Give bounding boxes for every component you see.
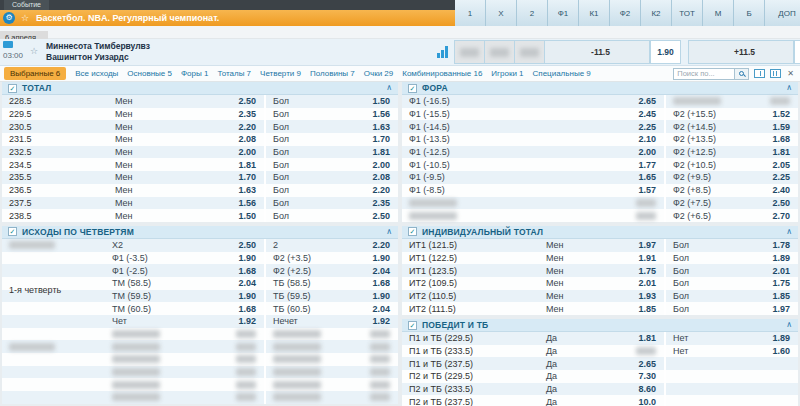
odds-button[interactable]: 1.57 (638, 185, 656, 195)
section-handicap-header[interactable]: ✓ ФОРА ∧ (402, 82, 798, 95)
market-tab[interactable]: Тоталы 7 (217, 69, 251, 78)
odds-button[interactable]: 2.00 (638, 147, 656, 157)
checkbox-icon[interactable]: ✓ (408, 84, 417, 93)
odds-button[interactable] (370, 355, 390, 363)
odds-button[interactable] (370, 393, 390, 401)
search-input[interactable] (673, 68, 735, 80)
tab-selected-markets[interactable]: Выбранные 6 (4, 67, 66, 80)
odds-button[interactable]: 1.93 (638, 291, 656, 301)
odds-button[interactable] (370, 330, 390, 338)
odds-button[interactable]: 1.85 (772, 291, 790, 301)
odds-button[interactable] (236, 330, 256, 338)
odds-button[interactable]: 1.63 (372, 122, 390, 132)
odds-button[interactable] (636, 199, 656, 207)
odds-button[interactable]: 1.90 (372, 253, 390, 263)
odds-button[interactable]: 2.00 (238, 147, 256, 157)
odds-button[interactable]: 2.35 (372, 198, 390, 208)
market-tab[interactable]: Четверти 9 (260, 69, 301, 78)
odds-button[interactable]: 2.01 (772, 266, 790, 276)
odds-button[interactable] (236, 381, 256, 389)
odds-button[interactable]: 2.05 (772, 160, 790, 170)
odds-button[interactable]: 1.68 (772, 134, 790, 144)
odds-button[interactable]: 1.89 (772, 253, 790, 263)
odds-cell[interactable]: -11.5 (544, 40, 650, 64)
odds-button[interactable]: 1.70 (372, 134, 390, 144)
odds-button[interactable]: 1.81 (638, 333, 656, 343)
odds-cell[interactable] (454, 40, 485, 64)
odds-button[interactable] (636, 212, 656, 220)
odds-button[interactable]: 10.0 (638, 397, 656, 406)
odds-button[interactable]: 1.81 (238, 160, 256, 170)
odds-button[interactable]: 7.30 (638, 371, 656, 381)
odds-button[interactable]: 1.50 (372, 96, 390, 106)
odds-button[interactable] (236, 355, 256, 363)
odds-button[interactable]: 2.65 (638, 96, 656, 106)
favorite-event-icon[interactable]: ☆ (30, 46, 38, 56)
market-tab[interactable]: Основные 5 (127, 69, 172, 78)
section-win-and-total-header[interactable]: ✓ ПОБЕДИТ И ТБ ∧ (402, 319, 798, 332)
odds-cell[interactable]: 1.94 (794, 40, 800, 64)
odds-button[interactable]: 1.50 (238, 211, 256, 221)
odds-button[interactable]: 1.52 (772, 109, 790, 119)
odds-button[interactable]: 1.70 (238, 172, 256, 182)
market-tab[interactable]: Игроки 1 (491, 69, 523, 78)
odds-button[interactable]: 2.10 (638, 134, 656, 144)
chevron-up-icon[interactable]: ∧ (386, 84, 392, 92)
odds-button[interactable]: 1.81 (372, 147, 390, 157)
odds-button[interactable]: 1.90 (238, 253, 256, 263)
odds-button[interactable] (370, 381, 390, 389)
odds-button[interactable]: 1.78 (772, 240, 790, 250)
odds-button[interactable]: 1.68 (238, 266, 256, 276)
odds-button[interactable] (370, 343, 390, 351)
odds-button[interactable]: 1.56 (372, 109, 390, 119)
odds-button[interactable]: 1.60 (772, 346, 790, 356)
odds-button[interactable]: 1.91 (638, 253, 656, 263)
chevron-up-icon[interactable]: ∧ (786, 84, 792, 92)
checkbox-icon[interactable]: ✓ (8, 84, 17, 93)
odds-cell[interactable]: +11.5 (688, 40, 794, 64)
odds-button[interactable] (370, 368, 390, 376)
odds-button[interactable]: 1.65 (638, 172, 656, 182)
odds-cell[interactable]: 1.90 (650, 40, 681, 64)
odds-button[interactable] (236, 368, 256, 376)
favorite-league-icon[interactable]: ☆ (21, 13, 29, 23)
odds-button[interactable]: 2.08 (238, 134, 256, 144)
odds-button[interactable]: 2.50 (772, 198, 790, 208)
section-individual-total-header[interactable]: ✓ ИНДИВИДУАЛЬНЫЙ ТОТАЛ ∧ (402, 226, 798, 239)
odds-button[interactable]: 1.89 (772, 333, 790, 343)
odds-button[interactable]: 2.01 (638, 278, 656, 288)
checkbox-icon[interactable]: ✓ (408, 227, 417, 236)
chevron-up-icon[interactable]: ∧ (786, 228, 792, 236)
odds-button[interactable]: 1.75 (638, 266, 656, 276)
odds-button[interactable]: 8.60 (638, 384, 656, 394)
team-home[interactable]: Миннесота Тимбервулвз (46, 41, 150, 52)
odds-button[interactable]: 1.92 (372, 316, 390, 326)
odds-cell[interactable] (514, 40, 545, 64)
chevron-up-icon[interactable]: ∧ (786, 321, 792, 329)
statistics-icon[interactable] (437, 46, 451, 58)
view-two-columns-icon[interactable] (754, 69, 765, 78)
odds-button[interactable]: 2.04 (238, 278, 256, 288)
odds-button[interactable]: 1.97 (638, 240, 656, 250)
chevron-up-icon[interactable]: ∧ (386, 228, 392, 236)
odds-button[interactable] (770, 97, 790, 105)
close-icon[interactable]: ✕ (787, 69, 794, 78)
odds-button[interactable]: 1.68 (238, 304, 256, 314)
odds-cell[interactable] (484, 40, 515, 64)
odds-button[interactable]: 2.65 (638, 359, 656, 369)
market-tab[interactable]: Все исходы (75, 69, 118, 78)
odds-button[interactable]: 1.63 (238, 185, 256, 195)
odds-button[interactable]: 2.70 (772, 211, 790, 221)
market-tab[interactable]: Форы 1 (181, 69, 208, 78)
odds-button[interactable]: 2.45 (638, 109, 656, 119)
odds-button[interactable]: 2.04 (372, 266, 390, 276)
odds-button[interactable]: 2.04 (372, 304, 390, 314)
odds-button[interactable]: 2.20 (372, 240, 390, 250)
odds-button[interactable]: 2.35 (238, 109, 256, 119)
odds-button[interactable]: 2.00 (372, 160, 390, 170)
view-three-columns-icon[interactable] (770, 69, 781, 78)
settings-icon[interactable]: ⚙ (3, 12, 15, 24)
odds-button[interactable]: 1.85 (638, 304, 656, 314)
checkbox-icon[interactable]: ✓ (8, 227, 17, 236)
odds-button[interactable]: 2.40 (772, 185, 790, 195)
